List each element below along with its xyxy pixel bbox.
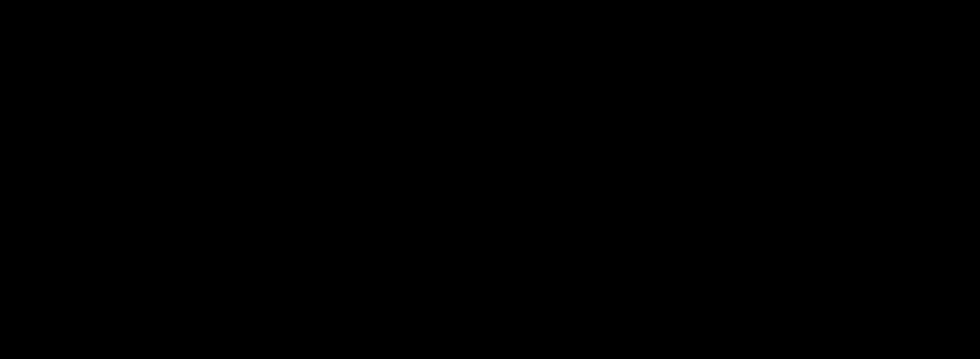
excel-windows-grid bbox=[0, 0, 980, 359]
